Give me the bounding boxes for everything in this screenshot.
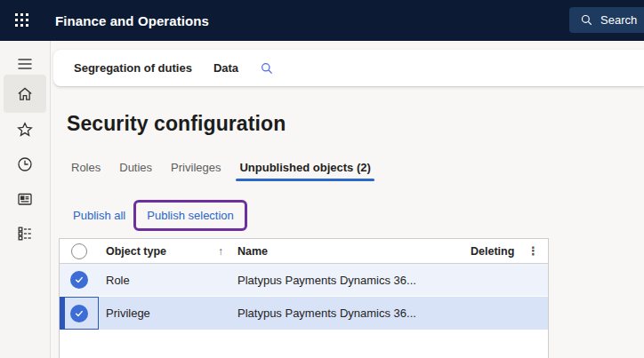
sidebar-item-home[interactable] [4, 75, 46, 113]
tab-roles[interactable]: Roles [71, 161, 101, 181]
cell-spacer [519, 297, 548, 330]
tab-bar: Roles Duties Privileges Unpublished obje… [71, 161, 371, 181]
app-launcher-icon[interactable] [15, 13, 29, 28]
action-bar: Publish all Publish selection [73, 199, 247, 231]
annotation-highlight-box: Publish selection [133, 200, 247, 231]
cell-spacer [519, 264, 548, 296]
hierarchy-icon [16, 225, 34, 243]
nav-search-icon [260, 61, 274, 76]
grid-row-privilege[interactable]: Privilege Platypus Payments Dynamics 36.… [60, 297, 548, 330]
sidebar [0, 41, 51, 358]
column-header-name[interactable]: Name [230, 239, 463, 263]
column-header-object-type[interactable]: Object type ↑ [99, 239, 230, 263]
star-icon [16, 121, 34, 139]
checked-checkbox-icon [70, 271, 88, 289]
cell-object-type[interactable]: Privilege [99, 297, 230, 330]
nav-search-button[interactable] [260, 61, 274, 76]
clock-icon [16, 155, 34, 173]
sidebar-item-favorites[interactable] [4, 112, 46, 147]
row-checkbox[interactable] [60, 297, 99, 330]
publish-all-button[interactable]: Publish all [73, 209, 125, 222]
checkbox-circle-icon [71, 243, 87, 259]
search-button-label: Search [600, 13, 637, 27]
search-icon [580, 13, 593, 27]
sort-ascending-icon: ↑ [218, 245, 223, 258]
menu-toggle-button[interactable] [4, 52, 46, 76]
publish-selection-button[interactable]: Publish selection [147, 209, 234, 222]
column-header-deleting[interactable]: Deleting [463, 239, 519, 263]
cell-object-type[interactable]: Role [99, 264, 230, 296]
cell-deleting[interactable] [463, 297, 519, 330]
sidebar-item-hierarchy[interactable] [4, 216, 46, 251]
select-all-checkbox[interactable] [60, 239, 99, 263]
unpublished-objects-grid: Object type ↑ Name Deleting ⋮ Role Platy… [59, 238, 549, 358]
grid-header-row: Object type ↑ Name Deleting ⋮ [60, 239, 548, 264]
sidebar-item-news[interactable] [4, 181, 46, 217]
cell-name[interactable]: Platypus Payments Dynamics 36... [230, 264, 463, 296]
home-icon [16, 85, 34, 103]
search-button[interactable]: Search [569, 7, 644, 33]
nav-item-segregation-of-duties[interactable]: Segregation of duties [74, 61, 192, 75]
checked-checkbox-icon [70, 305, 88, 322]
menu-icon [16, 55, 34, 73]
grid-options-button[interactable]: ⋮ [519, 239, 548, 263]
top-app-bar: Finance and Operations Search [0, 0, 644, 41]
tab-privileges[interactable]: Privileges [171, 161, 221, 181]
app-title: Finance and Operations [55, 13, 209, 28]
tab-unpublished-objects[interactable]: Unpublished objects (2) [239, 161, 370, 181]
grid-row-role[interactable]: Role Platypus Payments Dynamics 36... [60, 264, 548, 297]
module-nav-strip: Segregation of duties Data [53, 50, 644, 86]
column-header-object-type-label: Object type [106, 245, 166, 258]
cell-name[interactable]: Platypus Payments Dynamics 36... [230, 297, 463, 330]
page-title: Security configuration [67, 112, 286, 136]
nav-item-data[interactable]: Data [213, 61, 238, 75]
row-checkbox[interactable] [60, 264, 99, 296]
news-icon [16, 190, 34, 208]
cell-deleting[interactable] [463, 264, 519, 296]
tab-duties[interactable]: Duties [119, 161, 152, 181]
sidebar-item-recent[interactable] [4, 147, 46, 182]
